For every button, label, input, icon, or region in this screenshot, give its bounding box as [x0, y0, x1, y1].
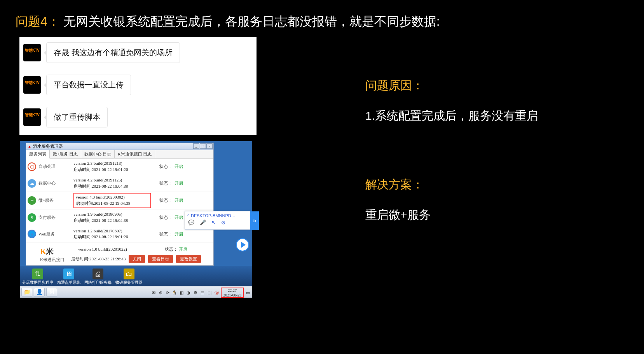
- status-value: 开启: [175, 231, 202, 237]
- close-button[interactable]: ×: [206, 143, 213, 149]
- minimize-button[interactable]: _: [193, 143, 199, 149]
- system-tray: ✉ ⊕ ⟳ 🐧 ◧ ◑ ⚙ ☰ ⬚ ⓑ 22:27 2021-08-23 ▭: [151, 288, 251, 298]
- tray-icon[interactable]: ⚙: [193, 290, 198, 296]
- service-name: 自动处理: [38, 164, 73, 169]
- cloud-icon: ☁: [28, 179, 36, 188]
- expand-icon[interactable]: »: [250, 211, 259, 230]
- taskbar-app-button[interactable]: 👤: [34, 288, 45, 296]
- clock[interactable]: 22:27 2021-08-23: [221, 288, 244, 298]
- taskbar-item[interactable]: 🖨 网络打印服务端: [84, 269, 112, 285]
- chat-screenshot: 智慧KTV 存晟 我这边有个精通免网关的场所 智慧KTV 平台数据一直没上传 智…: [19, 37, 257, 135]
- status-label: 状态：: [151, 197, 175, 203]
- window-titlebar[interactable]: ▲ 酒水服务管理器 _ □ ×: [26, 143, 213, 150]
- dollar-icon: $: [28, 213, 36, 222]
- service-version-box: version 1.9 build(20180905) 启动时间:2021-08…: [73, 211, 151, 224]
- person-icon: ᴬ: [187, 213, 189, 218]
- service-version-box: version 2.3 build(20191213) 启动时间:2021-08…: [73, 160, 151, 173]
- taskbar-item[interactable]: ⇅ 分店数据同步程序: [22, 269, 53, 285]
- chat-row: 智慧KTV 做了重传脚本: [23, 107, 253, 127]
- left-column: 智慧KTV 存晟 我这边有个精通免网关的场所 智慧KTV 平台数据一直没上传 智…: [19, 37, 257, 298]
- service-row-km[interactable]: K米 K米通讯接口 version 1.0 build(20201022) 状态…: [26, 242, 213, 265]
- taskbar-item[interactable]: 🖥 精通点单系统: [57, 269, 80, 285]
- chat-msg: 做了重传脚本: [46, 107, 108, 127]
- taskbar-app-button[interactable]: 🗄: [46, 288, 57, 296]
- plus-icon: ＋: [28, 196, 36, 205]
- slide-title: 问题4： 无网关收银系统配置完成后，各服务日志都没报错，就是不同步数据:: [16, 13, 628, 30]
- cause-body: 1.系统配置完成后，服务没有重启: [365, 105, 622, 126]
- question-text: 无网关收银系统配置完成后，各服务日志都没报错，就是不同步数据:: [63, 14, 440, 28]
- service-name: K米通讯接口: [40, 257, 65, 262]
- tray-icon[interactable]: ⓑ: [214, 290, 219, 296]
- mic-icon[interactable]: 🎤: [200, 220, 206, 225]
- host-name: DESKTOP-BMNNPD…: [191, 213, 236, 218]
- chat-row: 智慧KTV 平台数据一直没上传: [23, 75, 253, 95]
- tray-icon[interactable]: ☰: [200, 290, 205, 296]
- pos-icon: 🖥: [63, 269, 74, 279]
- settings-button[interactable]: 更改设置: [176, 255, 201, 263]
- chat-msg: 平台数据一直没上传: [46, 75, 131, 95]
- tray-icon[interactable]: ◧: [179, 290, 184, 296]
- cancel-icon[interactable]: ⊘: [221, 220, 225, 225]
- service-version-box: version 1.2 build(20170607) 启动时间:2021-08…: [73, 228, 151, 241]
- tray-icon[interactable]: ✉: [151, 290, 156, 296]
- right-column: 问题原因： 1.系统配置完成后，服务没有重启 解决方案： 重启微+服务: [365, 78, 622, 225]
- globe-icon: 🌐: [28, 230, 36, 238]
- status-label: 状态：: [151, 164, 175, 169]
- service-name: 数据中心: [38, 180, 73, 186]
- maximize-button[interactable]: □: [200, 143, 206, 149]
- close-service-button[interactable]: 关闭: [129, 255, 145, 263]
- status-value: 开启: [175, 197, 202, 203]
- service-version-box: version 4.2 build(20191125) 启动时间:2021-08…: [73, 177, 151, 190]
- tab-km-log[interactable]: K米通讯接口 日志: [115, 150, 155, 158]
- service-name: 微+服务: [38, 197, 73, 203]
- tab-service-list[interactable]: 服务列表: [26, 150, 50, 159]
- chat-row: 智慧KTV 存晟 我这边有个精通免网关的场所: [23, 42, 253, 63]
- taskbar-item[interactable]: 🗂 收银服务管理器: [115, 269, 143, 285]
- play-button-icon[interactable]: [236, 238, 249, 251]
- avatar: 智慧KTV: [23, 108, 41, 126]
- status-value: 开启: [175, 180, 202, 186]
- chat-msg: 存晟 我这边有个精通免网关的场所: [46, 42, 180, 63]
- question-label: 问题4：: [16, 14, 60, 28]
- folder-icon: 🗂: [124, 269, 134, 279]
- printer-icon: 🖨: [92, 269, 103, 279]
- service-name: Web服务: [38, 231, 73, 237]
- km-logo: K米: [40, 247, 53, 256]
- tray-icon[interactable]: ⬚: [207, 290, 212, 296]
- service-version-box-highlighted: version 4.0 build(20200302) 启动时间:2021-08…: [73, 193, 151, 208]
- avatar: 智慧KTV: [23, 44, 41, 61]
- service-manager-window: ▲ 酒水服务管理器 _ □ × 服务列表 微+服务 日志 数据中心 日志 K米通…: [26, 143, 214, 266]
- show-desktop-icon[interactable]: ▭: [245, 290, 251, 296]
- upper-taskbar: ⇅ 分店数据同步程序 🖥 精通点单系统 🖨 网络打印服务端 🗂 收银服务管理器: [20, 266, 252, 286]
- clock-icon: ◷: [28, 162, 36, 171]
- taskbar-app-button[interactable]: 📁: [21, 288, 32, 296]
- avatar: 智慧KTV: [23, 76, 41, 94]
- service-name: 支付服务: [38, 214, 73, 220]
- status-label: 状态：: [151, 214, 175, 220]
- tray-icon[interactable]: ⟳: [165, 290, 170, 296]
- windows-taskbar: 📁 👤 🗄 ✉ ⊕ ⟳ 🐧 ◧ ◑ ⚙ ☰ ⬚ ⓑ 22:27: [20, 286, 252, 298]
- penguin-icon[interactable]: 🐧: [172, 290, 177, 296]
- tray-icon[interactable]: ◑: [186, 290, 191, 296]
- remote-assist-popup[interactable]: ᴬ DESKTOP-BMNNPD… 💬 🎤 ↖ ⊘ »: [185, 211, 251, 230]
- tab-wplus-log[interactable]: 微+服务 日志: [50, 150, 81, 158]
- status-label: 状态：: [151, 180, 175, 186]
- tab-data-center-log[interactable]: 数据中心 日志: [81, 150, 115, 158]
- km-detail: version 1.0 build(20201022) 状态： 开启 启动时间:…: [71, 246, 211, 263]
- cursor-icon[interactable]: ↖: [211, 220, 216, 225]
- window-title: 酒水服务管理器: [33, 143, 63, 149]
- tab-strip: 服务列表 微+服务 日志 数据中心 日志 K米通讯接口 日志: [26, 150, 213, 159]
- sync-stack-icon: ⇅: [32, 269, 43, 279]
- solution-body: 重启微+服务: [365, 204, 622, 225]
- service-row-auto[interactable]: ◷ 自动处理 version 2.3 build(20191213) 启动时间:…: [26, 159, 213, 175]
- service-row-wplus[interactable]: ＋ 微+服务 version 4.0 build(20200302) 启动时间:…: [26, 192, 213, 209]
- app-icon: ▲: [28, 145, 31, 148]
- cause-title: 问题原因：: [365, 78, 622, 94]
- status-value: 开启: [175, 164, 202, 169]
- chat-icon[interactable]: 💬: [188, 220, 194, 225]
- service-row-data-center[interactable]: ☁ 数据中心 version 4.2 build(20191125) 启动时间:…: [26, 175, 213, 192]
- status-label: 状态：: [151, 231, 175, 237]
- tray-icon[interactable]: ⊕: [158, 290, 163, 296]
- solution-title: 解决方案：: [365, 177, 622, 193]
- view-log-button[interactable]: 查看日志: [148, 255, 173, 263]
